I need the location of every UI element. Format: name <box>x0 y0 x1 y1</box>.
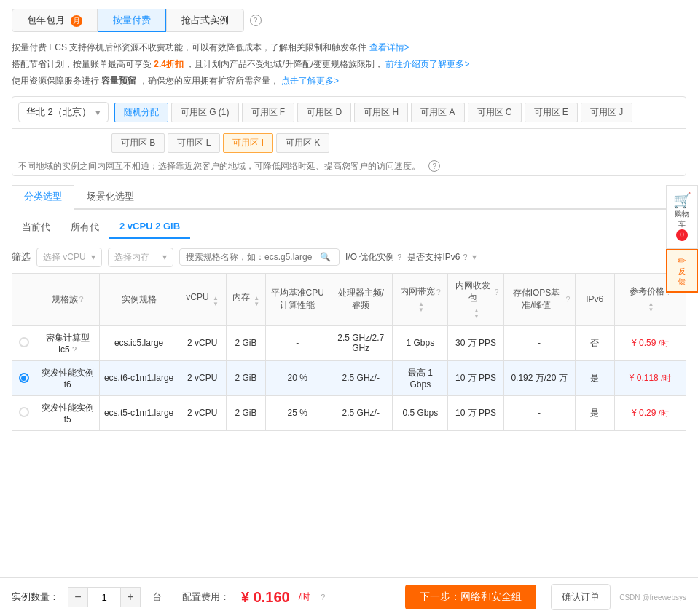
row3-spec[interactable]: ecs.t5-c1m1.large <box>99 395 179 430</box>
zone-b[interactable]: 可用区 B <box>111 133 165 153</box>
cost-info-icon[interactable]: ? <box>321 593 325 601</box>
row1-radio-cell[interactable] <box>12 325 36 360</box>
row1-net: 1 Gbps <box>393 325 448 360</box>
row3-net: 0.5 Gbps <box>393 395 448 430</box>
csdn-watermark: CSDN @freewebsys <box>619 593 686 601</box>
th-mem: 内存 ▲▼ <box>226 273 265 325</box>
tab-yearly[interactable]: 包年包月 月 <box>12 9 98 32</box>
vcpu-sort[interactable]: ▲▼ <box>213 296 219 307</box>
next-step-button[interactable]: 下一步：网络和安全组 <box>405 585 536 609</box>
zone-e[interactable]: 可用区 E <box>525 103 578 122</box>
price-sort[interactable]: ▲▼ <box>648 301 654 313</box>
th-iops: 存储IOPS基准/峰值? <box>503 273 575 325</box>
io-info-icon[interactable]: ? <box>397 253 401 261</box>
confirm-order-button[interactable]: 确认订单 <box>551 584 611 610</box>
tab-current-gen[interactable]: 当前代 <box>12 217 60 239</box>
qty-decrease[interactable]: − <box>68 587 88 607</box>
feedback-widget[interactable]: ✏ 反 馈 <box>666 249 698 293</box>
row1-family-info[interactable]: ? <box>72 345 77 354</box>
th-iops-info[interactable]: ? <box>565 295 570 304</box>
zone-a[interactable]: 可用区 A <box>411 103 464 122</box>
tab-hourly[interactable]: 按量付费 <box>98 9 166 32</box>
cost-unit: /时 <box>299 591 311 604</box>
row1-radio[interactable] <box>19 337 29 347</box>
type-tabs: 分类选型 场景化选型 <box>12 185 686 210</box>
tab-2vcpu-2gib[interactable]: 2 vCPU 2 GiB <box>109 217 190 239</box>
th-perf: 平均基准CPU计算性能 <box>266 273 329 325</box>
qty-unit: 台 <box>152 591 162 604</box>
qty-input[interactable] <box>88 587 120 607</box>
row2-family: 突发性能实例 t6 <box>36 360 99 395</box>
region-row-2: 可用区 B 可用区 L 可用区 I 可用区 K <box>12 129 686 157</box>
memory-select[interactable]: 选择内存 ▾ <box>108 248 173 267</box>
row3-radio-cell[interactable] <box>12 395 36 430</box>
type-section: 分类选型 场景化选型 当前代 所有代 2 vCPU 2 GiB <box>12 185 686 239</box>
search-icon[interactable]: 🔍 <box>320 252 331 262</box>
zone-g[interactable]: 可用区 G (1) <box>171 103 239 122</box>
row2-mem: 2 GiB <box>226 360 265 395</box>
zone-j[interactable]: 可用区 J <box>581 103 632 122</box>
row1-cpu: 2.5 GHz/2.7 GHz <box>329 325 393 360</box>
info2-link[interactable]: 前往介绍页了解更多> <box>385 59 469 69</box>
row2-price: ¥ 0.118 /时 <box>614 360 686 395</box>
th-net: 内网带宽? ▲▼ <box>393 273 448 325</box>
row2-spec[interactable]: ecs.t6-c1m1.large <box>99 360 179 395</box>
zone-h[interactable]: 可用区 H <box>354 103 408 122</box>
billing-tabs: 包年包月 月 按量付费 抢占式实例 ? <box>12 9 686 32</box>
table-row: 突发性能实例 t5 ecs.t5-c1m1.large 2 vCPU 2 GiB… <box>12 395 686 430</box>
info1-link[interactable]: 查看详情> <box>369 42 409 52</box>
search-input[interactable] <box>186 252 317 262</box>
th-pps-info[interactable]: ? <box>495 288 499 296</box>
tab-scene-select[interactable]: 场景化选型 <box>74 185 146 208</box>
table-header-row: 规格族? 实例规格 vCPU ▲▼ 内存 ▲▼ 平均基准CPU计算性能 <box>12 273 686 325</box>
cart-widget[interactable]: 🛒 购物 车 0 <box>666 185 698 249</box>
qty-label: 实例数量： <box>12 591 59 604</box>
row3-iops: - <box>503 395 575 430</box>
row2-radio-cell[interactable] <box>12 360 36 395</box>
region-dropdown[interactable]: 华北 2（北京） ▾ <box>18 102 109 122</box>
tab-spot[interactable]: 抢占式实例 <box>166 9 244 32</box>
pps-sort[interactable]: ▲▼ <box>474 308 479 320</box>
filter-bar: 筛选 选择 vCPU ▾ 选择内存 ▾ 🔍 I/O 优化实例 ? 是否支持IPv… <box>12 248 686 267</box>
zone-k[interactable]: 可用区 K <box>276 133 329 153</box>
memory-arrow-icon: ▾ <box>162 252 167 262</box>
cost-label: 配置费用： <box>182 591 230 604</box>
region-section: 华北 2（北京） ▾ 随机分配 可用区 G (1) 可用区 F 可用区 D 可用… <box>12 96 686 176</box>
tab-all-gen[interactable]: 所有代 <box>60 217 109 239</box>
zone-random[interactable]: 随机分配 <box>114 103 168 122</box>
mem-sort[interactable]: ▲▼ <box>254 296 259 307</box>
region-arrow-icon: ▾ <box>95 107 101 118</box>
row1-spec[interactable]: ecs.ic5.large <box>99 325 179 360</box>
row2-vcpu: 2 vCPU <box>179 360 226 395</box>
zone-i[interactable]: 可用区 I <box>223 133 273 153</box>
th-ipv6: IPv6 <box>575 273 614 325</box>
billing-info-icon[interactable]: ? <box>250 15 262 26</box>
zone-l[interactable]: 可用区 L <box>168 133 220 153</box>
table-wrapper: 规格族? 实例规格 vCPU ▲▼ 内存 ▲▼ 平均基准CPU计算性能 <box>12 273 686 475</box>
row3-mem: 2 GiB <box>226 395 265 430</box>
row2-iops: 0.192 万/20 万 <box>503 360 575 395</box>
table-row: 突发性能实例 t6 ecs.t6-c1m1.large 2 vCPU 2 GiB… <box>12 360 686 395</box>
vcpu-select[interactable]: 选择 vCPU ▾ <box>36 248 102 267</box>
edit-icon: ✏ <box>670 255 694 266</box>
tab-category-select[interactable]: 分类选型 <box>12 185 74 210</box>
cost-value: ¥ 0.160 <box>241 589 290 606</box>
row2-radio[interactable] <box>19 373 29 383</box>
io-filter: I/O 优化实例 ? <box>345 251 401 264</box>
qty-increase[interactable]: + <box>120 587 141 607</box>
zone-f[interactable]: 可用区 F <box>242 103 295 122</box>
zone-d[interactable]: 可用区 D <box>297 103 351 122</box>
table-row: 密集计算型 ic5 ? ecs.ic5.large 2 vCPU 2 GiB -… <box>12 325 686 360</box>
info-line-2: 搭配节省计划，按量账单最高可享受 2.4折扣 ，且计划内产品不受地域/升降配/变… <box>12 58 686 71</box>
region-note: 不同地域的实例之间内网互不相通；选择靠近您客户的地域，可降低网络时延、提高您客户… <box>12 157 686 175</box>
net-sort[interactable]: ▲▼ <box>418 301 424 313</box>
info3-link[interactable]: 点击了解更多> <box>281 76 339 86</box>
ipv6-filter: 是否支持IPv6 ? ▾ <box>407 251 476 264</box>
region-note-icon[interactable]: ? <box>428 160 440 172</box>
zone-c[interactable]: 可用区 C <box>468 103 522 122</box>
th-family-info[interactable]: ? <box>79 295 84 304</box>
info-line-3: 使用资源保障服务进行 容量预留 ，确保您的应用拥有扩容所需容量， 点击了解更多> <box>12 74 686 88</box>
row3-radio[interactable] <box>19 407 29 417</box>
ipv6-info-icon[interactable]: ? <box>463 253 467 261</box>
th-net-info[interactable]: ? <box>436 288 441 296</box>
